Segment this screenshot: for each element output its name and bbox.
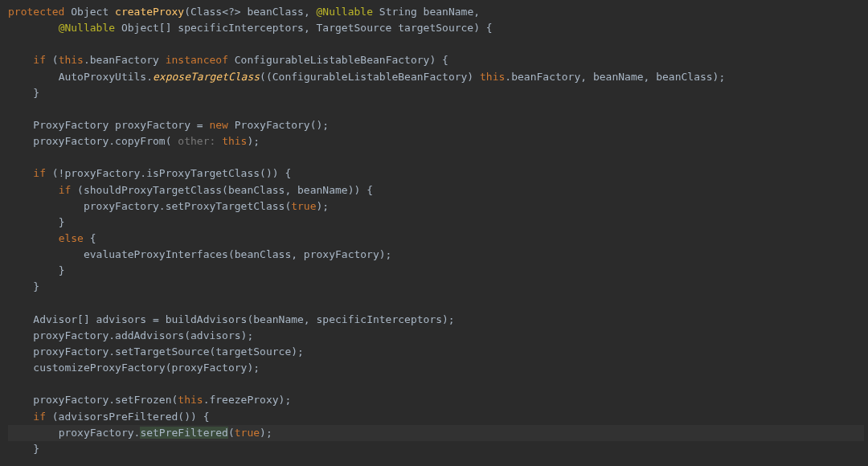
static-method: exposeTargetClass	[153, 71, 260, 83]
code-line: protected Object createProxy(Class<?> be…	[8, 6, 493, 34]
keyword-if: if	[33, 411, 46, 423]
keyword-this: this	[480, 71, 505, 83]
blank-line	[8, 297, 14, 309]
code-line: Advisor[] advisors = buildAdvisors(beanN…	[8, 313, 455, 325]
param-hint: other:	[178, 135, 215, 147]
code-line: AutoProxyUtils.exposeTargetClass((Config…	[8, 71, 725, 83]
keyword-this: this	[178, 394, 203, 406]
code-line: proxyFactory.copyFrom( other: this);	[8, 135, 260, 147]
code-line: proxyFactory.setTargetSource(targetSourc…	[8, 345, 304, 358]
type-object: Object	[71, 6, 108, 18]
annotation-nullable: @Nullable	[317, 6, 373, 18]
keyword-protected: protected	[8, 6, 64, 18]
code-editor[interactable]: protected Object createProxy(Class<?> be…	[8, 4, 864, 466]
method-name: createProxy	[115, 6, 184, 18]
code-line: if (this.beanFactory instanceof Configur…	[8, 54, 448, 66]
code-line: proxyFactory.addAdvisors(advisors);	[8, 329, 253, 341]
code-line: if (advisorsPreFiltered()) {	[8, 411, 209, 423]
code-line: }	[8, 280, 39, 292]
blank-line	[8, 378, 14, 390]
code-line: }	[8, 87, 39, 99]
keyword-this: this	[222, 135, 247, 147]
blank-line	[8, 151, 14, 163]
keyword-if: if	[33, 167, 46, 179]
method-highlighted: setPreFiltered	[140, 427, 228, 439]
code-line: if (shouldProxyTargetClass(beanClass, be…	[8, 184, 373, 196]
code-line: else {	[8, 232, 96, 244]
code-line: customizeProxyFactory(proxyFactory);	[8, 362, 260, 374]
code-line: proxyFactory.setProxyTargetClass(true);	[8, 200, 329, 212]
blank-line	[8, 103, 14, 115]
code-line: }	[8, 264, 64, 276]
code-line-highlighted: proxyFactory.setPreFiltered(true);	[8, 425, 864, 441]
code-line: evaluateProxyInterfaces(beanClass, proxy…	[8, 248, 391, 260]
blank-line	[8, 38, 14, 50]
code-line: ProxyFactory proxyFactory = new ProxyFac…	[8, 119, 329, 131]
annotation-nullable: @Nullable	[59, 22, 115, 34]
keyword-this: this	[59, 54, 84, 66]
keyword-else: else	[59, 232, 84, 244]
code-line: proxyFactory.setFrozen(this.freezeProxy)…	[8, 394, 291, 406]
keyword-true: true	[291, 200, 316, 212]
keyword-new: new	[209, 119, 227, 131]
keyword-if: if	[59, 184, 72, 196]
keyword-true: true	[235, 427, 260, 439]
code-line: if (!proxyFactory.isProxyTargetClass()) …	[8, 167, 291, 179]
code-line: }	[8, 443, 39, 455]
keyword-instanceof: instanceof	[166, 54, 228, 66]
keyword-if: if	[33, 54, 46, 66]
blank-line	[8, 459, 14, 466]
code-line: }	[8, 216, 64, 228]
